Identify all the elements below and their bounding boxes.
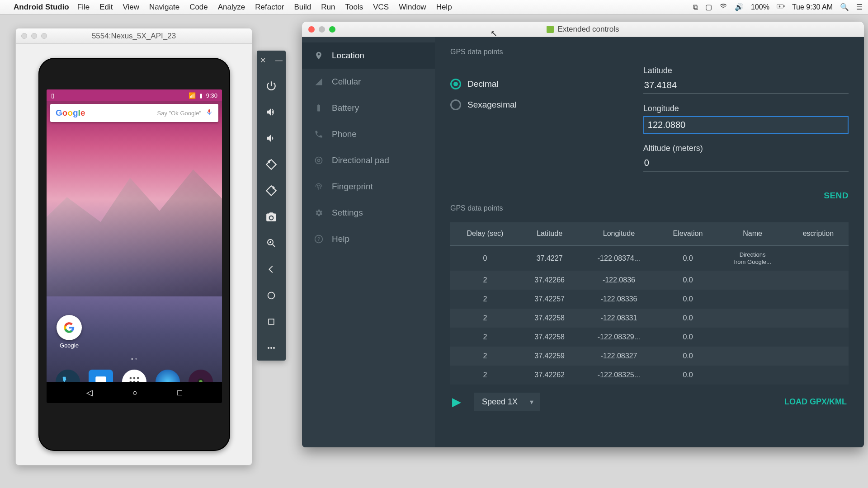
altitude-input[interactable] (643, 156, 849, 172)
table-cell: 0 (450, 245, 520, 271)
table-row[interactable]: 237.42258-122.083310.0 (450, 309, 849, 328)
latitude-field: Latitude (643, 66, 849, 94)
signal-icon: 📶 (189, 92, 196, 99)
sidebar-item-help[interactable]: ?Help (302, 226, 435, 252)
menubar-clock[interactable]: Tue 9:30 AM (792, 3, 833, 11)
table-row[interactable]: 237.42257-122.083360.0 (450, 290, 849, 309)
spotlight-icon[interactable]: 🔍 (840, 3, 849, 11)
menu-build[interactable]: Build (294, 3, 311, 12)
th-lat[interactable]: Latitude (520, 222, 579, 245)
toolbar-minimize-icon[interactable]: — (275, 57, 283, 64)
gps-section-label: GPS data points (450, 48, 849, 56)
th-name[interactable]: Name (717, 222, 788, 245)
send-button[interactable]: SEND (824, 191, 849, 201)
table-row[interactable]: 237.42259-122.083270.0 (450, 347, 849, 366)
sidebar-item-fingerprint[interactable]: Fingerprint (302, 174, 435, 200)
toolbar-close-icon[interactable]: ✕ (260, 57, 267, 64)
sidebar-item-phone[interactable]: Phone (302, 121, 435, 147)
nav-recent-icon[interactable]: □ (177, 388, 182, 398)
longitude-input[interactable] (643, 116, 849, 134)
menu-analyze[interactable]: Analyze (218, 3, 245, 12)
menu-help[interactable]: Help (436, 3, 452, 12)
menu-view[interactable]: View (123, 3, 139, 12)
ext-min-dot[interactable] (319, 26, 325, 33)
menu-edit[interactable]: Edit (99, 3, 113, 12)
ext-close-dot[interactable] (308, 26, 315, 33)
battery-icon[interactable] (777, 2, 785, 12)
rotate-left-icon[interactable] (265, 158, 278, 171)
extended-titlebar[interactable]: Extended controls (302, 22, 864, 37)
menu-vcs[interactable]: VCS (373, 3, 389, 12)
sidebar-item-battery[interactable]: Battery (302, 95, 435, 121)
menu-refactor[interactable]: Refactor (255, 3, 284, 12)
table-cell (788, 366, 849, 385)
screencast-icon[interactable]: ⧉ (693, 3, 698, 11)
table-cell: -122.08329... (579, 328, 658, 347)
sidebar-item-cellular[interactable]: Cellular (302, 69, 435, 95)
cellular-icon (314, 77, 324, 87)
latitude-input[interactable] (643, 78, 849, 94)
svg-rect-17 (269, 319, 274, 324)
wifi-icon[interactable] (719, 2, 727, 12)
th-elev[interactable]: Elevation (659, 222, 717, 245)
nav-home-icon[interactable]: ○ (132, 388, 137, 398)
table-row[interactable]: 237.42262-122.08325...0.0 (450, 366, 849, 385)
table-row[interactable]: 237.42266-122.08360.0 (450, 271, 849, 290)
sidebar-item-location[interactable]: Location (302, 42, 435, 69)
menu-run[interactable]: Run (321, 3, 335, 12)
google-app-shortcut[interactable]: Google (57, 315, 82, 349)
speed-select-wrap[interactable]: Speed 1X (474, 393, 540, 411)
table-cell: 2 (450, 328, 520, 347)
volume-up-icon[interactable] (265, 106, 278, 118)
home-icon[interactable] (265, 289, 278, 302)
phone-icon (314, 129, 324, 139)
max-dot[interactable] (41, 33, 47, 39)
gps-table: Delay (sec) Latitude Longitude Elevation… (450, 222, 849, 385)
power-icon[interactable] (265, 80, 278, 92)
table-row[interactable]: 037.4227-122.08374...0.0Directionsfrom G… (450, 245, 849, 271)
table-cell (717, 328, 788, 347)
menu-file[interactable]: File (77, 3, 90, 12)
th-delay[interactable]: Delay (sec) (450, 222, 520, 245)
menu-window[interactable]: Window (399, 3, 426, 12)
phone-screen[interactable]: ▯ 📶 ▮ 9:30 Google Say "Ok Google" Google… (47, 89, 222, 403)
emulator-traffic-lights[interactable] (21, 33, 47, 39)
menu-code[interactable]: Code (189, 3, 208, 12)
load-gpx-button[interactable]: LOAD GPX/KML (784, 397, 847, 407)
mic-icon[interactable] (206, 108, 213, 117)
sidebar-item-dpad[interactable]: Directional pad (302, 147, 435, 174)
fingerprint-icon (314, 182, 324, 192)
rotate-right-icon[interactable] (265, 184, 278, 197)
menu-navigate[interactable]: Navigate (149, 3, 179, 12)
speed-select[interactable]: Speed 1X (474, 393, 540, 411)
overview-icon[interactable] (265, 315, 278, 328)
radio-sexagesimal[interactable]: Sexagesimal (450, 99, 517, 110)
min-dot[interactable] (31, 33, 37, 39)
close-dot[interactable] (21, 33, 27, 39)
airplay-icon[interactable]: ▢ (705, 3, 712, 11)
emulator-titlebar[interactable]: 5554:Nexus_5X_API_23 (16, 28, 252, 44)
back-icon[interactable] (265, 263, 278, 276)
google-search-bar[interactable]: Google Say "Ok Google" (50, 104, 218, 122)
emulator-toolbar: ✕ — (257, 51, 286, 361)
menu-tools[interactable]: Tools (345, 3, 363, 12)
ext-max-dot[interactable] (329, 26, 335, 33)
th-desc[interactable]: escription (788, 222, 849, 245)
zoom-icon[interactable] (265, 237, 278, 249)
play-button[interactable]: ▶ (452, 395, 461, 409)
screenshot-icon[interactable] (265, 211, 278, 223)
menubar-status: ⧉ ▢ 🔊 100% Tue 9:30 AM 🔍 ☰ (693, 2, 863, 12)
radio-decimal[interactable]: Decimal (450, 79, 517, 89)
table-cell: 0.0 (659, 366, 717, 385)
nav-back-icon[interactable]: ◁ (86, 388, 93, 398)
app-name[interactable]: Android Studio (14, 3, 69, 12)
more-icon[interactable] (265, 342, 278, 354)
table-cell (717, 309, 788, 328)
google-app-icon[interactable] (57, 315, 82, 340)
volume-down-icon[interactable] (265, 132, 278, 145)
hamburger-icon[interactable]: ☰ (856, 3, 863, 11)
volume-icon[interactable]: 🔊 (735, 3, 744, 11)
sidebar-item-settings[interactable]: Settings (302, 200, 435, 226)
th-lon[interactable]: Longitude (579, 222, 658, 245)
table-row[interactable]: 237.42258-122.08329...0.0 (450, 328, 849, 347)
